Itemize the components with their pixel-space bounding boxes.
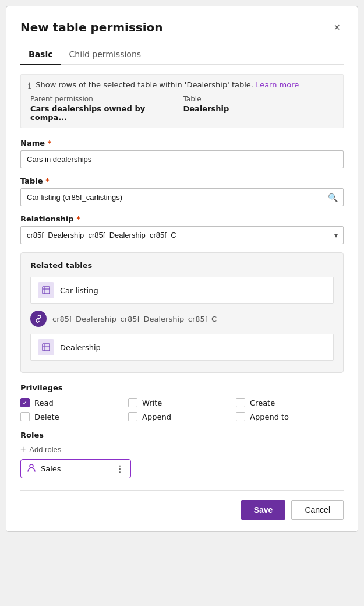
svg-rect-3 <box>43 344 50 351</box>
relationship-field-group: Relationship * cr85f_Dealership_cr85f_De… <box>20 214 344 244</box>
role-tag-sales: Sales ⋮ <box>20 459 131 478</box>
related-tables-title: Related tables <box>30 261 334 270</box>
privilege-delete: Delete <box>20 412 128 421</box>
role-tag-name: Sales <box>41 464 61 473</box>
table-field-group: Table * 🔍 <box>20 177 344 206</box>
related-item-car-listing: Car listing <box>30 277 334 304</box>
add-roles-label: Add roles <box>29 445 61 454</box>
info-text: Show rows of the selected table within '… <box>36 80 299 89</box>
info-row: ℹ Show rows of the selected table within… <box>28 80 336 90</box>
info-table-table-header: Table <box>183 95 337 103</box>
name-input[interactable] <box>20 150 344 168</box>
read-checkbox[interactable] <box>20 398 30 407</box>
related-tables-box: Related tables Car listing cr85f_Dealers… <box>20 252 344 373</box>
save-button[interactable]: Save <box>241 500 286 520</box>
dealership-table-icon <box>38 339 54 355</box>
info-table-parent-header: Parent permission <box>30 95 183 103</box>
relationship-select[interactable]: cr85f_Dealership_cr85f_Dealership_cr85f_… <box>20 226 344 244</box>
dialog-header: New table permission × <box>20 20 344 34</box>
roles-title: Roles <box>20 431 344 439</box>
write-checkbox[interactable] <box>128 398 137 407</box>
cancel-button[interactable]: Cancel <box>291 500 344 520</box>
write-label: Write <box>142 399 162 407</box>
create-label: Create <box>250 399 275 407</box>
footer-buttons: Save Cancel <box>20 500 344 520</box>
append-checkbox[interactable] <box>128 412 137 421</box>
dialog: New table permission × Basic Child permi… <box>6 6 358 532</box>
privileges-grid: Read Write Create Delete Append Append t… <box>20 398 344 421</box>
delete-checkbox[interactable] <box>20 412 30 421</box>
tab-basic[interactable]: Basic <box>20 45 61 65</box>
dialog-title: New table permission <box>20 20 163 34</box>
plus-icon: + <box>20 444 26 455</box>
related-item-link: cr85f_Dealership_cr85f_Dealership_cr85f_… <box>30 307 334 330</box>
privileges-section: Privileges Read Write Create Delete Appe… <box>20 383 344 421</box>
role-tag-left: Sales <box>27 463 61 474</box>
privilege-create: Create <box>236 398 344 407</box>
privilege-write: Write <box>128 398 236 407</box>
privileges-title: Privileges <box>20 383 344 392</box>
name-label: Name * <box>20 139 344 147</box>
privilege-read: Read <box>20 398 128 407</box>
car-listing-label: Car listing <box>60 286 98 295</box>
car-listing-table-icon <box>38 282 54 298</box>
learn-more-link[interactable]: Learn more <box>256 80 299 89</box>
relationship-label: Relationship * <box>20 214 344 223</box>
privilege-append-to: Append to <box>236 412 344 421</box>
footer-divider <box>20 490 344 491</box>
close-button[interactable]: × <box>330 21 344 34</box>
related-item-dealership: Dealership <box>30 334 334 361</box>
svg-rect-0 <box>43 287 50 294</box>
role-person-icon <box>27 463 36 474</box>
role-tag-menu-icon[interactable]: ⋮ <box>115 463 125 474</box>
add-roles-button[interactable]: + Add roles <box>20 444 61 455</box>
tab-child-permissions[interactable]: Child permissions <box>61 45 150 65</box>
roles-section: Roles + Add roles Sales ⋮ <box>20 431 344 478</box>
create-checkbox[interactable] <box>236 398 245 407</box>
name-field-group: Name * <box>20 139 344 168</box>
info-box: ℹ Show rows of the selected table within… <box>20 74 344 128</box>
append-to-checkbox[interactable] <box>236 412 245 421</box>
info-table: Parent permission Table Cars dealerships… <box>28 95 336 122</box>
tab-bar: Basic Child permissions <box>20 45 344 65</box>
svg-point-6 <box>30 464 33 468</box>
privilege-append: Append <box>128 412 236 421</box>
append-to-label: Append to <box>250 413 289 421</box>
table-select-wrapper: 🔍 <box>20 188 344 206</box>
table-label: Table * <box>20 177 344 185</box>
append-label: Append <box>142 413 171 421</box>
link-label: cr85f_Dealership_cr85f_Dealership_cr85f_… <box>52 315 217 323</box>
table-input[interactable] <box>20 188 344 206</box>
info-table-value: Dealership <box>183 104 337 122</box>
read-label: Read <box>34 399 54 407</box>
dealership-label: Dealership <box>60 343 101 352</box>
relationship-select-wrapper: cr85f_Dealership_cr85f_Dealership_cr85f_… <box>20 226 344 244</box>
info-parent-value: Cars dealerships owned by compa... <box>30 104 183 122</box>
link-circle-icon <box>30 311 47 327</box>
delete-label: Delete <box>34 413 59 421</box>
info-icon: ℹ <box>28 81 31 90</box>
